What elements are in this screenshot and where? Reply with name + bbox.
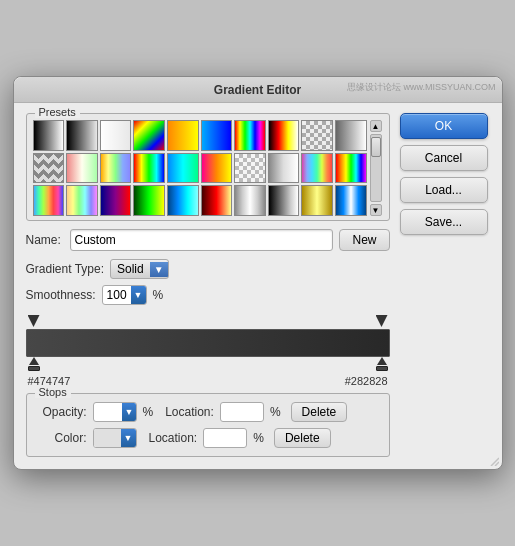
svg-line-0 xyxy=(491,458,499,466)
gradient-bar-area xyxy=(26,315,390,371)
name-input[interactable] xyxy=(70,229,334,251)
new-button[interactable]: New xyxy=(339,229,389,251)
color-stop-right[interactable] xyxy=(376,357,388,371)
presets-grid xyxy=(33,120,367,216)
preset-swatch-8[interactable] xyxy=(301,120,333,151)
preset-swatch-25[interactable] xyxy=(201,185,233,216)
preset-swatch-10[interactable] xyxy=(33,153,65,184)
stop-box-left xyxy=(28,366,40,371)
color-labels-row: #474747 #282828 xyxy=(26,375,390,387)
scroll-thumb[interactable] xyxy=(371,137,381,157)
presets-group: Presets xyxy=(26,113,390,221)
scroll-track[interactable] xyxy=(370,134,382,202)
preset-swatch-20[interactable] xyxy=(33,185,65,216)
color-location-unit: % xyxy=(253,431,264,445)
color-stop-left[interactable] xyxy=(28,357,40,371)
scroll-down-arrow[interactable]: ▼ xyxy=(370,204,382,216)
stop-box-right xyxy=(376,366,388,371)
save-button[interactable]: Save... xyxy=(400,209,488,235)
color-field-label: Color: xyxy=(37,431,87,445)
stop-arrow-up-left xyxy=(29,357,39,365)
smoothness-row: Smoothness: 100 ▼ % xyxy=(26,285,390,305)
name-label: Name: xyxy=(26,233,64,247)
preset-swatch-24[interactable] xyxy=(167,185,199,216)
color-swatch-wrapper[interactable]: ▼ xyxy=(93,428,137,448)
gradient-stops-top xyxy=(26,315,390,329)
preset-swatch-14[interactable] xyxy=(167,153,199,184)
color-location-label: Location: xyxy=(149,431,198,445)
preset-swatch-23[interactable] xyxy=(133,185,165,216)
color-label-right: #282828 xyxy=(345,375,388,387)
preset-swatch-5[interactable] xyxy=(201,120,233,151)
preset-swatch-28[interactable] xyxy=(301,185,333,216)
left-panel: Presets xyxy=(26,113,390,457)
preset-swatch-11[interactable] xyxy=(66,153,98,184)
stop-arrow-up-right xyxy=(377,357,387,365)
preset-swatch-21[interactable] xyxy=(66,185,98,216)
gradient-stops-bottom xyxy=(26,357,390,371)
smoothness-label: Smoothness: xyxy=(26,288,96,302)
preset-swatch-18[interactable] xyxy=(301,153,333,184)
cancel-button[interactable]: Cancel xyxy=(400,145,488,171)
title-bar: Gradient Editor 思缘设计论坛 www.MISSYUAN.COM xyxy=(14,77,502,103)
preset-swatch-15[interactable] xyxy=(201,153,233,184)
preset-swatch-27[interactable] xyxy=(268,185,300,216)
ok-button[interactable]: OK xyxy=(400,113,488,139)
svg-line-1 xyxy=(495,462,499,466)
type-select-arrow-icon[interactable]: ▼ xyxy=(150,262,168,277)
smoothness-unit: % xyxy=(153,288,164,302)
stops-label: Stops xyxy=(35,386,71,398)
preset-swatch-6[interactable] xyxy=(234,120,266,151)
scroll-up-arrow[interactable]: ▲ xyxy=(370,120,382,132)
preset-swatch-19[interactable] xyxy=(335,153,367,184)
opacity-arrow-icon[interactable]: ▼ xyxy=(122,403,137,421)
gradient-type-row: Gradient Type: Solid ▼ xyxy=(26,259,390,279)
preset-swatch-29[interactable] xyxy=(335,185,367,216)
preset-swatch-12[interactable] xyxy=(100,153,132,184)
preset-swatch-22[interactable] xyxy=(100,185,132,216)
right-panel: OK Cancel Load... Save... xyxy=(400,113,490,457)
preset-swatch-1[interactable] xyxy=(66,120,98,151)
preset-swatch-13[interactable] xyxy=(133,153,165,184)
preset-swatch-26[interactable] xyxy=(234,185,266,216)
gradient-bar[interactable] xyxy=(26,329,390,357)
preset-swatch-0[interactable] xyxy=(33,120,65,151)
presets-scrollbar: ▲ ▼ xyxy=(369,120,383,216)
opacity-delete-button[interactable]: Delete xyxy=(291,402,348,422)
color-row: Color: ▼ Location: % Delete xyxy=(37,428,379,448)
preset-swatch-16[interactable] xyxy=(234,153,266,184)
opacity-stop-right[interactable] xyxy=(376,315,388,327)
watermark: 思缘设计论坛 www.MISSYUAN.COM xyxy=(347,81,496,94)
opacity-location-input[interactable] xyxy=(220,402,264,422)
opacity-location-unit: % xyxy=(270,405,281,419)
stops-group: Stops Opacity: ▼ % Location: % Delete xyxy=(26,393,390,457)
presets-label: Presets xyxy=(35,106,80,118)
smoothness-arrow-icon[interactable]: ▼ xyxy=(131,286,146,304)
type-select-wrapper[interactable]: Solid ▼ xyxy=(110,259,169,279)
preset-swatch-9[interactable] xyxy=(335,120,367,151)
type-select-text: Solid xyxy=(111,260,150,278)
resize-handle[interactable] xyxy=(487,454,499,466)
preset-swatch-3[interactable] xyxy=(133,120,165,151)
opacity-location-label: Location: xyxy=(165,405,214,419)
color-location-input[interactable] xyxy=(203,428,247,448)
color-arrow-icon[interactable]: ▼ xyxy=(121,429,136,447)
preset-swatch-4[interactable] xyxy=(167,120,199,151)
opacity-stop-left[interactable] xyxy=(28,315,40,327)
preset-swatch-2[interactable] xyxy=(100,120,132,151)
name-row: Name: New xyxy=(26,229,390,251)
opacity-row: Opacity: ▼ % Location: % Delete xyxy=(37,402,379,422)
opacity-value xyxy=(94,410,122,414)
opacity-input-wrapper[interactable]: ▼ xyxy=(93,402,137,422)
dialog-title: Gradient Editor xyxy=(214,83,301,97)
smoothness-value: 100 xyxy=(103,286,131,304)
color-delete-button[interactable]: Delete xyxy=(274,428,331,448)
presets-grid-container: ▲ ▼ xyxy=(33,120,383,216)
gradient-editor-dialog: Gradient Editor 思缘设计论坛 www.MISSYUAN.COM … xyxy=(13,76,503,470)
smoothness-input-wrapper[interactable]: 100 ▼ xyxy=(102,285,147,305)
load-button[interactable]: Load... xyxy=(400,177,488,203)
preset-swatch-17[interactable] xyxy=(268,153,300,184)
opacity-unit: % xyxy=(143,405,154,419)
preset-swatch-7[interactable] xyxy=(268,120,300,151)
opacity-field-label: Opacity: xyxy=(37,405,87,419)
